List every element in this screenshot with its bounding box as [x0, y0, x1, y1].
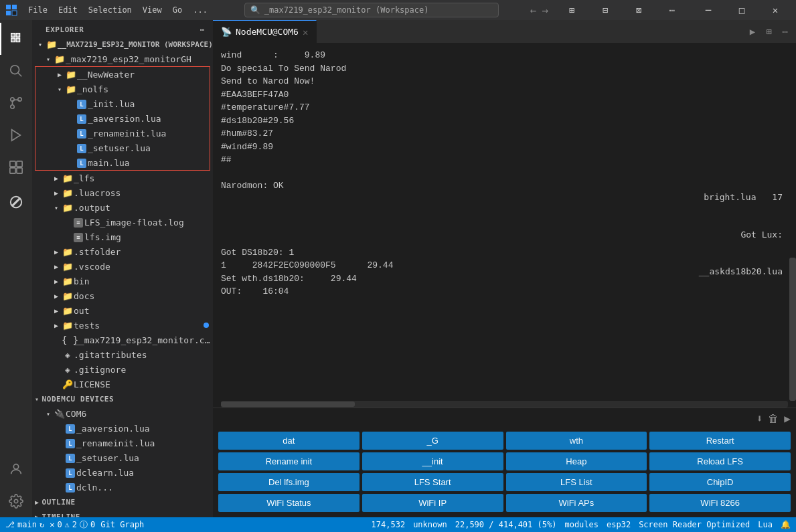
sidebar-item-lfs[interactable]: ▶ 📁 _lfs	[32, 171, 213, 185]
activity-account[interactable]	[0, 453, 32, 485]
status-git-graph[interactable]: Git Graph	[100, 520, 144, 529]
status-branch[interactable]: ⎇ main ↻	[5, 520, 44, 529]
status-file-size[interactable]: 174,532	[372, 520, 406, 529]
sidebar-item-license[interactable]: ▶ 🔑 LICENSE	[32, 377, 213, 391]
timeline-section-header[interactable]: ▶ TIMELINE	[32, 509, 213, 517]
sidebar-item-com6-dclearn[interactable]: ▶ L dclearn.lua	[32, 465, 213, 480]
sidebar-item-newweater[interactable]: ▶ 📁 __NewWeater	[35, 67, 210, 82]
activity-explorer[interactable]	[0, 23, 32, 55]
btn-wth[interactable]: wth	[506, 432, 647, 450]
btn-g[interactable]: _G	[362, 432, 503, 450]
activity-source-control[interactable]	[0, 87, 32, 119]
btn-reload-lfs[interactable]: Reload LFS	[649, 452, 791, 470]
sidebar-item-bin[interactable]: ▶ 📁 bin	[32, 274, 213, 288]
sidebar-item-output[interactable]: ▾ 📁 .output	[32, 200, 213, 215]
activity-search[interactable]	[0, 55, 32, 87]
status-screen-reader[interactable]: Screen Reader Optimized	[639, 520, 750, 529]
layout-toggle-2[interactable]: ⊟	[590, 0, 621, 20]
sidebar-item-com6-aaversion[interactable]: ▶ L _aaversion.lua	[32, 421, 213, 436]
nav-back[interactable]: ←	[530, 4, 537, 17]
terminal-content[interactable]: wind : 9.89 Do special To Send Narod Sen…	[213, 43, 796, 401]
sidebar-item-init[interactable]: ▶ L _init.lua	[35, 96, 210, 111]
menu-more[interactable]: ...	[187, 0, 213, 20]
btn-lfs-list[interactable]: LFS List	[506, 473, 647, 491]
status-lang-icon[interactable]: Lua	[758, 520, 773, 529]
btn-chipid[interactable]: ChipID	[649, 473, 791, 491]
play-icon[interactable]: ▶	[784, 412, 791, 425]
menu-selection[interactable]: Selection	[83, 0, 137, 20]
sidebar-item-com6-setuser[interactable]: ▶ L _setuser.lua	[32, 450, 213, 465]
root-folder[interactable]: ▾ 📁 _max7219_esp32_monitorGH	[32, 52, 213, 66]
sidebar-item-mainlua[interactable]: ▶ L main.lua	[35, 155, 210, 170]
maximize-button[interactable]: □	[726, 0, 757, 20]
sidebar-item-com6[interactable]: ▾ 🔌 COM6	[32, 406, 213, 421]
status-platform[interactable]: esp32	[607, 520, 631, 529]
sidebar-item-stfolder[interactable]: ▶ 📁 .stfolder	[32, 244, 213, 259]
delete-icon[interactable]: 🗑	[768, 412, 779, 425]
sidebar-item-workspace-file[interactable]: ▶ { } __max7219_esp32_monitor.code-works…	[32, 333, 213, 347]
btn-wifi-ip[interactable]: WiFi IP	[362, 494, 503, 512]
sidebar-item-out[interactable]: ▶ 📁 out	[32, 303, 213, 318]
activity-debug[interactable]	[0, 119, 32, 151]
btn-restart[interactable]: Restart	[649, 432, 791, 450]
sidebar-item-aaversion[interactable]: ▶ L _aaversion.lua	[35, 111, 210, 126]
search-bar[interactable]: 🔍 _max7219_esp32_monitor (Workspace)	[244, 3, 499, 17]
terminal-hscrollbar[interactable]	[221, 401, 788, 408]
menu-view[interactable]: View	[137, 0, 167, 20]
btn-init[interactable]: __init	[362, 452, 503, 470]
download-icon[interactable]: ⬇	[757, 412, 763, 425]
menu-edit[interactable]: Edit	[53, 0, 83, 20]
status-language[interactable]: modules	[564, 520, 599, 529]
tab-nodemcu[interactable]: 📡 NodeMCU@COM6 ✕	[213, 20, 317, 43]
btn-wifi-aps[interactable]: WiFi APs	[506, 494, 647, 512]
split-editor-button[interactable]: ⊞	[763, 25, 774, 38]
sidebar-item-lfslog[interactable]: ▶ ≡ LFS_image-float.log	[32, 215, 213, 230]
status-errors[interactable]: ✕ 0 ⚠ 2 ⓘ 0	[50, 519, 95, 531]
sidebar-item-tests[interactable]: ▶ 📁 tests	[32, 318, 213, 333]
outline-section-header[interactable]: ▶ OUTLINE	[32, 495, 213, 509]
btn-wifi-8266[interactable]: WiFi 8266	[649, 494, 791, 512]
sidebar-item-setuser[interactable]: ▶ L _setuser.lua	[35, 141, 210, 155]
workspace-root[interactable]: ▾ 📁 __MAX7219_ESP32_MONITOR (WORKSPACE)	[32, 37, 213, 52]
nav-forward[interactable]: →	[542, 4, 548, 17]
menu-file[interactable]: File	[23, 0, 53, 20]
status-encoding[interactable]: unknown	[413, 520, 447, 529]
btn-heap[interactable]: Heap	[506, 452, 647, 470]
status-bell[interactable]: 🔔	[781, 520, 791, 529]
activity-settings[interactable]	[0, 485, 32, 517]
btn-del-lfs[interactable]: Del lfs.img	[218, 473, 360, 491]
btn-lfs-start[interactable]: LFS Start	[362, 473, 503, 491]
sidebar-item-nolfs[interactable]: ▾ 📁 _nolfs	[35, 82, 210, 96]
minimize-button[interactable]: ─	[693, 0, 724, 20]
activity-remote[interactable]	[0, 186, 32, 218]
menu-go[interactable]: Go	[167, 0, 187, 20]
sidebar-item-lfsimg[interactable]: ▶ ≡ lfs.img	[32, 230, 213, 244]
run-button[interactable]: ▶	[747, 25, 758, 38]
layout-toggle-1[interactable]: ⊞	[556, 0, 587, 20]
btn-rename-init[interactable]: Rename init	[218, 452, 360, 470]
sidebar-item-gitattributes[interactable]: ▶ ◈ .gitattributes	[32, 347, 213, 362]
more-actions-button[interactable]: ⋯	[780, 25, 791, 38]
tab-nodemcu-close[interactable]: ✕	[303, 27, 308, 37]
close-button[interactable]: ✕	[760, 0, 791, 20]
status-position[interactable]: 22,590 / 414,401 (5%)	[455, 520, 557, 529]
sidebar-item-vscode[interactable]: ▶ 📁 .vscode	[32, 259, 213, 274]
sidebar-item-luacross[interactable]: ▶ 📁 .luacross	[32, 185, 213, 200]
terminal-vscrollbar-thumb[interactable]	[789, 258, 796, 401]
sidebar-item-com6-dcln[interactable]: ▶ L dcln...	[32, 480, 213, 495]
terminal-vscrollbar[interactable]	[789, 43, 796, 401]
sidebar-item-docs[interactable]: ▶ 📁 docs	[32, 288, 213, 303]
nodemcu-section-header[interactable]: ▾ NODEMCU DEVICES	[32, 391, 213, 406]
layout-toggle-4[interactable]: ⋯	[657, 0, 688, 20]
root-folder-label: _max7219_esp32_monitorGH	[66, 54, 213, 64]
btn-dat[interactable]: dat	[218, 432, 360, 450]
activity-extensions[interactable]	[0, 151, 32, 183]
sidebar-item-gitignore[interactable]: ▶ ◈ .gitignore	[32, 362, 213, 377]
sidebar-menu-icon[interactable]: ⋯	[200, 25, 205, 34]
sidebar-item-com6-renameinit[interactable]: ▶ L _renameinit.lua	[32, 436, 213, 450]
terminal-input[interactable]	[218, 414, 751, 424]
terminal-hscrollbar-thumb[interactable]	[221, 402, 355, 407]
sidebar-item-renameinit[interactable]: ▶ L _renameinit.lua	[35, 126, 210, 141]
layout-toggle-3[interactable]: ⊠	[623, 0, 654, 20]
btn-wifi-status[interactable]: WiFi Status	[218, 494, 360, 512]
